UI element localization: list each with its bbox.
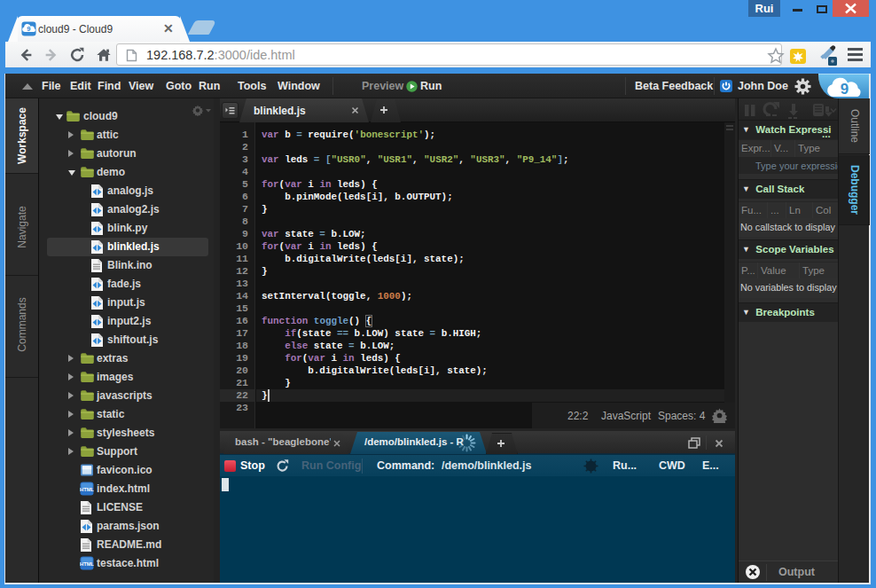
svg-text:9: 9 xyxy=(841,81,849,98)
svg-text:9: 9 xyxy=(27,25,30,33)
svg-text:HTML: HTML xyxy=(80,561,94,567)
svg-text:HTML: HTML xyxy=(80,487,94,492)
